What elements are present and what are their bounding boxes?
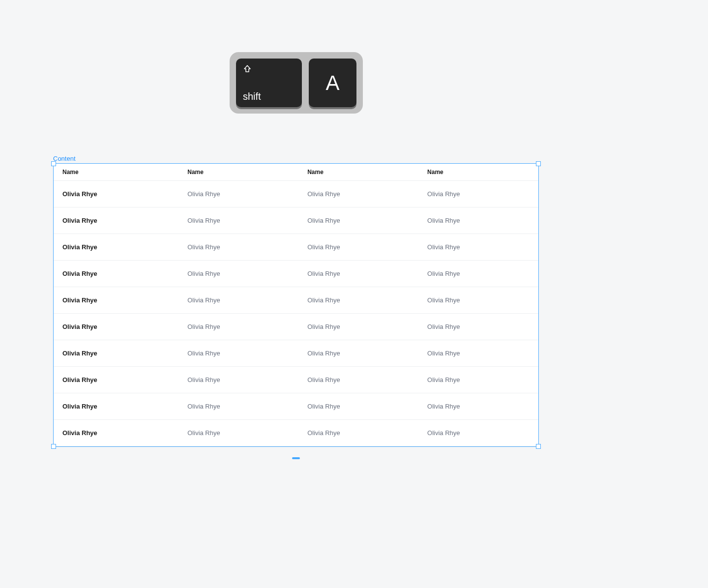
col-header: Name xyxy=(178,164,298,181)
table-row[interactable]: Olivia RhyeOlivia RhyeOlivia RhyeOlivia … xyxy=(54,367,538,393)
table-cell: Olivia Rhye xyxy=(298,420,418,446)
table-cell: Olivia Rhye xyxy=(178,367,298,393)
table-cell: Olivia Rhye xyxy=(178,287,298,314)
data-table: Name Name Name Name Olivia RhyeOlivia Rh… xyxy=(54,164,538,446)
table-cell: Olivia Rhye xyxy=(418,261,538,287)
table-row[interactable]: Olivia RhyeOlivia RhyeOlivia RhyeOlivia … xyxy=(54,207,538,234)
table-body: Olivia RhyeOlivia RhyeOlivia RhyeOlivia … xyxy=(54,181,538,446)
table-cell: Olivia Rhye xyxy=(298,261,418,287)
table-cell: Olivia Rhye xyxy=(54,420,178,446)
table-cell: Olivia Rhye xyxy=(298,234,418,261)
table-cell: Olivia Rhye xyxy=(54,367,178,393)
table-cell: Olivia Rhye xyxy=(418,340,538,367)
table-row[interactable]: Olivia RhyeOlivia RhyeOlivia RhyeOlivia … xyxy=(54,420,538,446)
table-cell: Olivia Rhye xyxy=(54,181,178,207)
table-row[interactable]: Olivia RhyeOlivia RhyeOlivia RhyeOlivia … xyxy=(54,340,538,367)
table-cell: Olivia Rhye xyxy=(178,340,298,367)
selection-handle-top-right[interactable] xyxy=(536,161,541,166)
table-cell: Olivia Rhye xyxy=(178,393,298,420)
col-header: Name xyxy=(54,164,178,181)
content-frame-wrap: Content Name Name Name Name Olivia RhyeO… xyxy=(53,155,539,447)
table-cell: Olivia Rhye xyxy=(54,314,178,340)
content-frame[interactable]: Name Name Name Name Olivia RhyeOlivia Rh… xyxy=(53,163,539,447)
table-row[interactable]: Olivia RhyeOlivia RhyeOlivia RhyeOlivia … xyxy=(54,234,538,261)
table-cell: Olivia Rhye xyxy=(178,207,298,234)
table-row[interactable]: Olivia RhyeOlivia RhyeOlivia RhyeOlivia … xyxy=(54,314,538,340)
col-header: Name xyxy=(298,164,418,181)
table-row[interactable]: Olivia RhyeOlivia RhyeOlivia RhyeOlivia … xyxy=(54,261,538,287)
table-cell: Olivia Rhye xyxy=(54,287,178,314)
table-cell: Olivia Rhye xyxy=(178,314,298,340)
table-cell: Olivia Rhye xyxy=(54,261,178,287)
table-cell: Olivia Rhye xyxy=(178,420,298,446)
keyboard-shortcut: shift A xyxy=(230,52,363,114)
selection-handle-bottom-left[interactable] xyxy=(51,444,56,449)
shift-up-arrow-icon xyxy=(243,64,295,75)
selection-size-badge xyxy=(292,457,300,459)
bottom-fade-overlay xyxy=(0,480,708,588)
table-cell: Olivia Rhye xyxy=(418,367,538,393)
col-header: Name xyxy=(418,164,538,181)
table-cell: Olivia Rhye xyxy=(298,181,418,207)
table-cell: Olivia Rhye xyxy=(298,287,418,314)
selection-handle-bottom-right[interactable] xyxy=(536,444,541,449)
table-cell: Olivia Rhye xyxy=(298,367,418,393)
table-cell: Olivia Rhye xyxy=(178,234,298,261)
selection-handle-top-left[interactable] xyxy=(51,161,56,166)
table-header-row: Name Name Name Name xyxy=(54,164,538,181)
table-cell: Olivia Rhye xyxy=(418,234,538,261)
table-row[interactable]: Olivia RhyeOlivia RhyeOlivia RhyeOlivia … xyxy=(54,393,538,420)
table-cell: Olivia Rhye xyxy=(418,207,538,234)
table-cell: Olivia Rhye xyxy=(54,340,178,367)
frame-label[interactable]: Content xyxy=(53,155,76,162)
key-shift-label: shift xyxy=(243,91,295,102)
table-cell: Olivia Rhye xyxy=(418,420,538,446)
table-cell: Olivia Rhye xyxy=(418,181,538,207)
key-shift: shift xyxy=(236,59,302,107)
table-cell: Olivia Rhye xyxy=(54,393,178,420)
table-cell: Olivia Rhye xyxy=(178,181,298,207)
table-row[interactable]: Olivia RhyeOlivia RhyeOlivia RhyeOlivia … xyxy=(54,181,538,207)
key-a-label: A xyxy=(325,71,339,95)
table-cell: Olivia Rhye xyxy=(54,234,178,261)
table-cell: Olivia Rhye xyxy=(298,207,418,234)
table-cell: Olivia Rhye xyxy=(298,393,418,420)
table-row[interactable]: Olivia RhyeOlivia RhyeOlivia RhyeOlivia … xyxy=(54,287,538,314)
table-cell: Olivia Rhye xyxy=(54,207,178,234)
table-cell: Olivia Rhye xyxy=(178,261,298,287)
table-cell: Olivia Rhye xyxy=(298,314,418,340)
table-cell: Olivia Rhye xyxy=(418,314,538,340)
table-cell: Olivia Rhye xyxy=(418,287,538,314)
table-cell: Olivia Rhye xyxy=(298,340,418,367)
key-a: A xyxy=(309,59,356,107)
table-cell: Olivia Rhye xyxy=(418,393,538,420)
